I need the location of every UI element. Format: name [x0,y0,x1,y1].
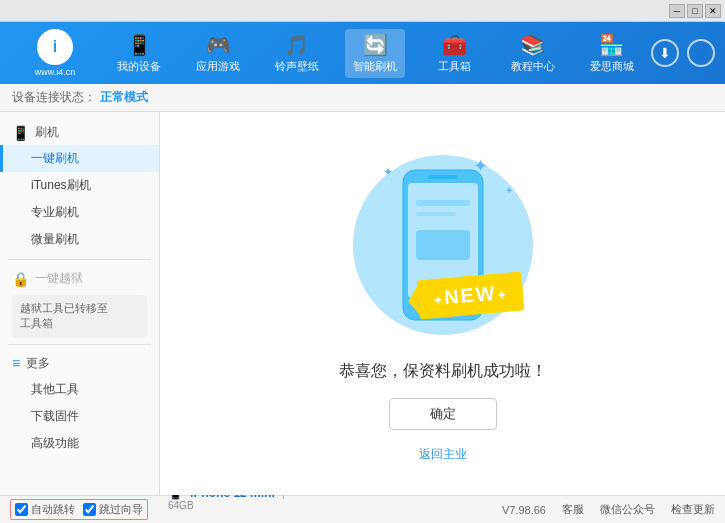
phone-container: ✦ ✦ ✦ [353,145,533,345]
sparkle-3: ✦ [505,185,513,196]
flash-section-label: 刷机 [35,124,59,141]
customer-service-link[interactable]: 客服 [562,502,584,517]
jailbreak-section-label: 一键越狱 [35,270,83,287]
success-message: 恭喜您，保资料刷机成功啦！ [339,361,547,382]
window-controls[interactable]: ─ □ ✕ [669,4,721,18]
status-bar: 设备连接状态： 正常模式 [0,84,725,112]
content-area: ✦ ✦ ✦ [160,112,725,495]
nav-label-toolbox: 工具箱 [438,59,471,74]
jailbreak-note: 越狱工具已转移至工具箱 [12,295,147,338]
tutorial-icon: 📚 [520,33,545,57]
user-button[interactable]: 👤 [687,39,715,67]
skip-wizard-checkbox[interactable]: 跳过向导 [83,502,143,517]
check-update-link[interactable]: 检查更新 [671,502,715,517]
maximize-button[interactable]: □ [687,4,703,18]
nav-label-my-device: 我的设备 [117,59,161,74]
new-ribbon: ✦NEW✦ [416,271,524,319]
divider-2 [8,344,151,345]
download-button[interactable]: ⬇ [651,39,679,67]
svg-rect-5 [416,212,456,216]
nav-item-shop[interactable]: 🏪 爱思商城 [582,29,642,78]
sparkle-2: ✦ [473,155,488,177]
nav-label-apps-games: 应用游戏 [196,59,240,74]
my-device-icon: 📱 [127,33,152,57]
nav-item-tutorial[interactable]: 📚 教程中心 [503,29,563,78]
sidebar-item-pro-flash[interactable]: 专业刷机 [0,199,159,226]
nav-items: 📱 我的设备 🎮 应用游戏 🎵 铃声壁纸 🔄 智能刷机 🧰 工具箱 📚 教程中心… [100,29,651,78]
sidebar-item-itunes-flash[interactable]: iTunes刷机 [0,172,159,199]
svg-rect-3 [428,175,458,179]
more-section-label: 更多 [26,355,50,372]
version-text: V7.98.66 [502,504,546,516]
sidebar: 📱 刷机 一键刷机 iTunes刷机 专业刷机 微量刷机 🔒 一键越狱 [0,112,160,495]
divider-1 [8,259,151,260]
sidebar-section-header-jailbreak: 🔒 一键越狱 [0,266,159,291]
title-bar: ─ □ ✕ [0,0,725,22]
sidebar-section-flash: 📱 刷机 一键刷机 iTunes刷机 专业刷机 微量刷机 [0,120,159,253]
bottom-right: V7.98.66 客服 微信公众号 检查更新 [502,502,715,517]
sidebar-section-header-more: ≡ 更多 [0,351,159,376]
sidebar-item-advanced[interactable]: 高级功能 [0,430,159,457]
sidebar-item-save-flash[interactable]: 微量刷机 [0,226,159,253]
sidebar-item-one-key-flash[interactable]: 一键刷机 [0,145,159,172]
nav-right: ⬇ 👤 [651,39,715,67]
checkbox-group: 自动跳转 跳过向导 [10,499,148,520]
status-value: 正常模式 [100,89,148,106]
nav-label-ringtones: 铃声壁纸 [275,59,319,74]
skip-wizard-label: 跳过向导 [99,502,143,517]
svg-rect-4 [416,200,470,206]
logo-area[interactable]: i www.i4.cn [10,29,100,77]
shop-icon: 🏪 [599,33,624,57]
skip-wizard-input[interactable] [83,503,96,516]
nav-item-ringtones[interactable]: 🎵 铃声壁纸 [267,29,327,78]
minimize-button[interactable]: ─ [669,4,685,18]
success-illustration: ✦ ✦ ✦ [339,145,547,463]
nav-item-toolbox[interactable]: 🧰 工具箱 [424,29,484,78]
top-nav: i www.i4.cn 📱 我的设备 🎮 应用游戏 🎵 铃声壁纸 🔄 智能刷机 … [0,22,725,84]
nav-item-smart-flash[interactable]: 🔄 智能刷机 [345,29,405,78]
auto-redirect-checkbox[interactable]: 自动跳转 [15,502,75,517]
close-button[interactable]: ✕ [705,4,721,18]
logo-icon: i [37,29,73,65]
device-storage: 64GB [168,500,289,511]
nav-item-apps-games[interactable]: 🎮 应用游戏 [188,29,248,78]
sidebar-section-jailbreak: 🔒 一键越狱 越狱工具已转移至工具箱 [0,266,159,338]
apps-games-icon: 🎮 [206,33,231,57]
sidebar-item-other-tools[interactable]: 其他工具 [0,376,159,403]
more-section-icon: ≡ [12,355,20,371]
sparkle-1: ✦ [383,165,393,179]
confirm-button[interactable]: 确定 [389,398,497,430]
smart-flash-icon: 🔄 [363,33,388,57]
new-badge-text: ✦NEW✦ [431,280,509,309]
auto-redirect-label: 自动跳转 [31,502,75,517]
flash-section-icon: 📱 [12,125,29,141]
ringtones-icon: 🎵 [284,33,309,57]
logo-url: www.i4.cn [35,67,76,77]
sidebar-item-download-firmware[interactable]: 下载固件 [0,403,159,430]
nav-label-tutorial: 教程中心 [511,59,555,74]
nav-label-smart-flash: 智能刷机 [353,59,397,74]
nav-label-shop: 爱思商城 [590,59,634,74]
return-link[interactable]: 返回主业 [419,446,467,463]
bottom-bar: 自动跳转 跳过向导 📱 iPhone 12 mini | 64GB Down-1… [0,495,725,523]
status-label: 设备连接状态： [12,89,96,106]
jailbreak-section-icon: 🔒 [12,271,29,287]
wechat-public-link[interactable]: 微信公众号 [600,502,655,517]
sidebar-section-more: ≡ 更多 其他工具 下载固件 高级功能 [0,351,159,457]
main-layout: 📱 刷机 一键刷机 iTunes刷机 专业刷机 微量刷机 🔒 一键越狱 [0,112,725,495]
svg-rect-6 [416,230,470,260]
toolbox-icon: 🧰 [442,33,467,57]
sidebar-section-header-flash: 📱 刷机 [0,120,159,145]
nav-item-my-device[interactable]: 📱 我的设备 [109,29,169,78]
auto-redirect-input[interactable] [15,503,28,516]
